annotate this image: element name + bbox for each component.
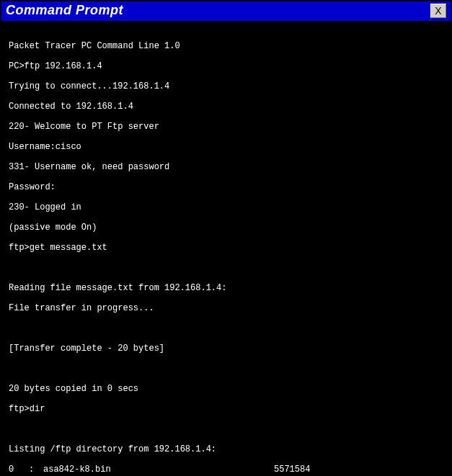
close-button[interactable]: X [430,4,446,18]
output-line: 220- Welcome to PT Ftp server [9,122,443,132]
listing-row: 0: asa842-k8.bin5571584 [9,464,443,475]
terminal-output[interactable]: Packet Tracer PC Command Line 1.0 PC>ftp… [1,21,451,475]
directory-listing: 0: asa842-k8.bin55715841: c1841-advipser… [9,464,443,475]
blank-line [9,424,443,434]
output-line: [Transfer complete - 20 bytes] [9,343,443,354]
listing-header: Listing /ftp directory from 192.168.1.4: [9,444,443,454]
output-line: Username:cisco [9,142,443,152]
banner-line: Packet Tracer PC Command Line 1.0 [9,41,443,51]
command-prompt-window: Command Prompt X Packet Tracer PC Comman… [0,0,452,476]
output-line: Password: [9,182,443,192]
listing-index: 0 [9,464,29,475]
prompt-line: PC>ftp 192.168.1.4 [9,61,443,71]
output-line: Connected to 192.168.1.4 [9,102,443,112]
prompt-line: ftp>get message.txt [9,243,443,253]
output-line: 230- Logged in [9,202,443,212]
window-title: Command Prompt [6,3,123,18]
output-line: 20 bytes copied in 0 secs [9,384,443,394]
blank-line [9,323,443,333]
listing-separator: : [29,464,43,475]
blank-line [9,263,443,273]
output-line: (passive mode On) [9,223,443,233]
output-line: 331- Username ok, need password [9,162,443,172]
output-line: File transfer in progress... [9,303,443,313]
output-line: Reading file message.txt from 192.168.1.… [9,283,443,293]
titlebar: Command Prompt X [1,1,451,21]
output-line: Trying to connect...192.168.1.4 [9,81,443,91]
listing-filename: asa842-k8.bin [43,464,274,475]
prompt-line: ftp>dir [9,404,443,414]
listing-size: 5571584 [274,464,310,475]
blank-line [9,364,443,374]
